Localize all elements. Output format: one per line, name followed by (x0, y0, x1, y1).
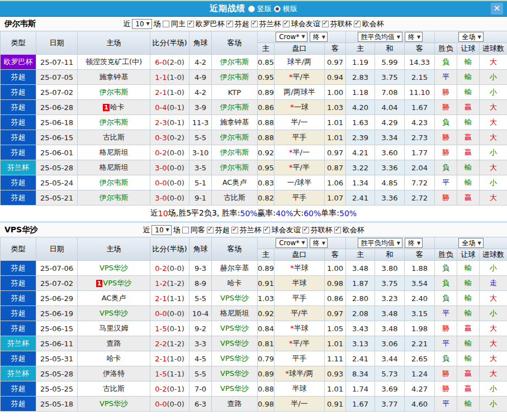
col-date: 日期 (36, 237, 78, 261)
summary-segment: 赢率: (258, 208, 276, 218)
odds-state-select[interactable]: 终▼ (310, 32, 328, 42)
full-time-score: 0-3 (155, 133, 167, 142)
col-date: 日期 (36, 31, 78, 55)
score-cell: 2-2(1-2) (150, 336, 189, 351)
handicap-cell: 平/半 (274, 306, 325, 321)
home-odds-cell: 0.91 (258, 276, 274, 291)
home-odds-cell: 0.81 (258, 336, 274, 351)
result-cell: 平 (435, 306, 457, 321)
result-cell: 平 (435, 397, 457, 412)
match-count-select[interactable]: 10▼ (132, 19, 151, 29)
checkbox[interactable] (334, 227, 341, 233)
table-row: 芬超25-05-21伊尔韦斯3-0(0-0)9-1古比斯0.82平手1.072.… (1, 190, 507, 206)
bookmaker-select[interactable]: Crow*▼ (276, 32, 307, 42)
checkbox[interactable] (283, 21, 290, 27)
col-away: 客场 (212, 237, 258, 261)
away-odds-cell: 1.05 (325, 321, 346, 336)
half-time-score: (0-0) (167, 400, 184, 408)
handicap-text: 球半/两 (289, 369, 313, 378)
handicap-result-cell: 輸 (457, 397, 480, 412)
checkbox[interactable] (263, 227, 270, 233)
full-time-score: 0-2 (155, 149, 167, 157)
score-cell: 0-0(0-0) (150, 306, 189, 321)
checkbox[interactable] (187, 21, 194, 27)
home-odds-cell: 0.98 (258, 397, 274, 412)
away-odds-cell: 1.00 (325, 85, 346, 100)
away-odds-cell: 1.01 (325, 130, 346, 145)
chevron-down-icon: ▼ (397, 241, 400, 246)
score-cell: 3-0(0-0) (150, 160, 189, 175)
away-odds-cell: 0.97 (325, 306, 346, 321)
half-time-score: (0-1) (167, 103, 184, 112)
checkbox[interactable] (354, 21, 361, 27)
avg-state-select[interactable]: 终▼ (405, 32, 423, 42)
summary-segment: 10 (158, 209, 168, 218)
checkbox[interactable] (251, 21, 258, 27)
home-team-name: 伊尔韦斯 (99, 193, 129, 202)
title-bar: 近期战绩 竖版横版 ✕ (0, 1, 507, 17)
odds-state-select[interactable]: 终▼ (310, 238, 328, 248)
home-team-name: 哈卡 (107, 354, 121, 362)
filter-controls: 近10▼场同客芬超芬兰杯球会友谊芬联杯欧会杯 (143, 225, 364, 235)
avg-home-cell: 2.08 (346, 306, 375, 321)
avg-draw-cell: 3.48 (375, 321, 405, 336)
table-row: 芬超25-07-06VPS华沙0-2(0-0)9-3赫尔辛基0.89*半球1.0… (1, 261, 507, 276)
avg-type-select[interactable]: 胜平负均值▼ (358, 238, 402, 248)
col-score: 比分(半场) (150, 237, 189, 261)
scope-select[interactable]: 全场▼ (458, 238, 483, 248)
table-header: 类型 日期 主场 比分(半场) 角球 客场 Crow*▼ 终▼ 胜平负均值▼ 终… (1, 31, 507, 55)
handicap-result-cell: 輸 (457, 336, 480, 351)
home-team-cell: 施拿钟基 (78, 70, 150, 85)
away-odds-cell: 0.86 (325, 291, 346, 306)
close-button[interactable]: ✕ (491, 3, 503, 15)
checkbox[interactable] (302, 227, 309, 233)
away-team-cell: 伊尔韦斯 (212, 130, 258, 145)
handicap-text: 平手 (292, 193, 307, 202)
col-home: 主场 (78, 237, 150, 261)
league-cell: 芬超 (1, 115, 36, 130)
corners-cell: 3-10 (189, 145, 212, 160)
avg-away-cell: 1.77 (405, 145, 435, 160)
checkbox[interactable] (231, 227, 238, 233)
home-odds-cell: 0.79 (258, 351, 274, 366)
avg-state-select[interactable]: 终▼ (405, 238, 423, 248)
avg-home-cell: 3.43 (346, 321, 375, 336)
avg-draw-cell: 3.23 (375, 291, 405, 306)
handicap-text: 平/半 (293, 339, 310, 347)
home-odds-cell: 0.82 (258, 190, 274, 206)
avg-type-select[interactable]: 胜平负均值▼ (358, 32, 402, 42)
layout-radio[interactable] (274, 6, 281, 12)
checkbox[interactable] (182, 227, 189, 233)
checkbox[interactable] (226, 21, 233, 27)
full-time-score: 2-3 (155, 118, 167, 127)
away-odds-cell: 0.91 (325, 397, 346, 412)
col-type: 类型 (1, 237, 36, 261)
layout-radio-label: 横版 (283, 4, 297, 14)
goals-result-cell: 小 (480, 261, 507, 276)
bookmaker-select[interactable]: Crow*▼ (276, 238, 307, 248)
scope-select[interactable]: 全场▼ (458, 32, 483, 42)
match-count-select[interactable]: 10▼ (151, 225, 171, 235)
handicap-result-cell: 輸 (457, 85, 480, 100)
col-goals-result: 进球数 (480, 43, 507, 55)
chevron-down-icon: ▼ (477, 35, 481, 40)
away-team-cell: 赫尔辛基 (212, 261, 258, 276)
layout-radio[interactable] (248, 6, 255, 12)
avg-draw-cell: 3.69 (375, 381, 405, 397)
full-time-score: 0-0 (155, 400, 167, 408)
away-team-name: VPS华沙 (220, 294, 249, 302)
avg-away-cell: 2.15 (405, 70, 435, 85)
checkbox[interactable] (322, 21, 329, 27)
avg-away-cell: 1.88 (405, 261, 435, 276)
league-filter-label: 球会友谊 (272, 225, 301, 235)
corners-cell: 10-4 (189, 306, 212, 321)
avg-home-cell: 3.22 (346, 160, 375, 175)
home-team-cell: 1VPS华沙 (78, 276, 150, 291)
score-cell: 1-5(1-1) (150, 366, 189, 381)
handicap-cell: 两/两球半 (274, 85, 325, 100)
avg-home-cell: 1.19 (346, 55, 375, 70)
checkbox[interactable] (163, 21, 169, 27)
checkbox[interactable] (207, 227, 214, 233)
league-filter-label: 芬超 (235, 19, 249, 29)
score-cell: 2-3(0-1) (150, 115, 189, 130)
